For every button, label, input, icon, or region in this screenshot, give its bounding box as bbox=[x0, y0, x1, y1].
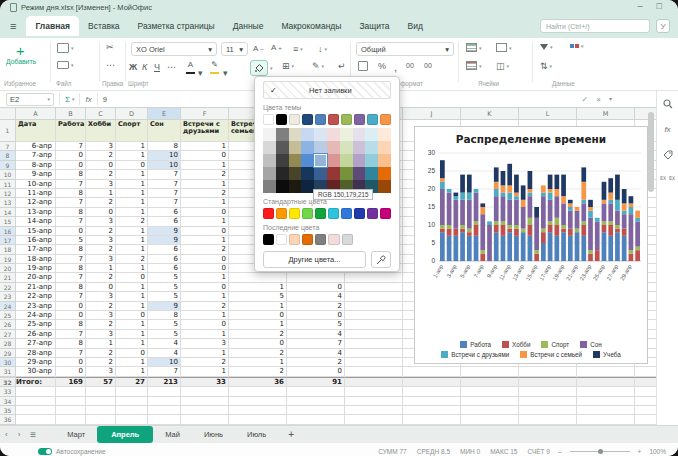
empty-cell[interactable] bbox=[519, 387, 577, 396]
value-cell[interactable]: 1 bbox=[181, 180, 229, 189]
value-cell[interactable]: 9 bbox=[148, 302, 181, 311]
menu-tab-Главная[interactable]: Главная bbox=[26, 16, 79, 36]
value-cell[interactable]: 8 bbox=[56, 170, 86, 179]
tint-color-swatch[interactable] bbox=[289, 128, 302, 141]
sheet-tab-Июнь[interactable]: Июнь bbox=[192, 426, 235, 443]
empty-cell[interactable] bbox=[86, 397, 116, 406]
date-cell[interactable]: 10-апр bbox=[16, 180, 56, 189]
row-number[interactable]: 32 bbox=[0, 377, 16, 388]
value-cell[interactable]: 0 bbox=[287, 367, 345, 376]
value-cell[interactable]: 1 bbox=[116, 180, 148, 189]
more-edit-button[interactable]: ⋯ bbox=[106, 60, 115, 70]
standard-color-swatch[interactable] bbox=[341, 208, 352, 219]
value-cell[interactable]: 0 bbox=[56, 161, 86, 170]
header-cell[interactable]: Хобби bbox=[86, 120, 116, 142]
increase-decimal-button[interactable]: 00 bbox=[424, 62, 432, 69]
recent-color-swatch[interactable] bbox=[315, 234, 326, 245]
value-cell[interactable]: 1 bbox=[181, 217, 229, 226]
value-cell[interactable]: 0 bbox=[181, 208, 229, 217]
row-number[interactable]: 10 bbox=[0, 170, 16, 179]
underline-button[interactable]: Ч bbox=[154, 62, 160, 72]
user-avatar[interactable]: У bbox=[656, 19, 670, 33]
value-cell[interactable]: 7 bbox=[56, 198, 86, 207]
tint-color-swatch[interactable] bbox=[327, 154, 340, 167]
sheet-tab-Март[interactable]: Март bbox=[55, 426, 97, 443]
value-cell[interactable]: 1 bbox=[116, 245, 148, 254]
empty-cell[interactable] bbox=[86, 406, 116, 415]
date-cell[interactable]: 30-апр bbox=[16, 367, 56, 376]
merge-cells-button[interactable]: ◫▾ bbox=[496, 61, 509, 71]
value-cell[interactable]: 1 bbox=[116, 320, 148, 329]
empty-cell[interactable] bbox=[461, 415, 519, 424]
other-colors-button[interactable]: Другие цвета... bbox=[263, 251, 366, 268]
sheet-list-icon[interactable]: ≡ bbox=[30, 429, 36, 440]
value-cell[interactable]: 2 bbox=[229, 330, 287, 339]
date-cell[interactable]: 11-апр bbox=[16, 189, 56, 198]
empty-cell[interactable] bbox=[287, 397, 345, 406]
date-cell[interactable]: 26-апр bbox=[16, 330, 56, 339]
formula-input[interactable]: 9 bbox=[103, 95, 107, 104]
value-cell[interactable] bbox=[287, 273, 345, 282]
empty-cell[interactable] bbox=[229, 397, 287, 406]
empty-cell[interactable] bbox=[403, 367, 461, 376]
value-cell[interactable]: 2 bbox=[86, 349, 116, 358]
zoom-in-button[interactable]: + bbox=[638, 448, 642, 455]
sheet-tab-Май[interactable]: Май bbox=[153, 426, 192, 443]
empty-cell[interactable] bbox=[56, 387, 86, 396]
chart-panel[interactable]: Распределение времени 0510152025301-апр3… bbox=[414, 126, 648, 364]
value-cell[interactable]: 2 bbox=[181, 358, 229, 367]
tint-color-swatch[interactable] bbox=[263, 154, 276, 167]
font-bigger-button[interactable]: А+ bbox=[271, 43, 282, 52]
date-cell[interactable]: 15-апр bbox=[16, 227, 56, 236]
tint-color-swatch[interactable] bbox=[378, 128, 391, 141]
value-cell[interactable]: 1 bbox=[116, 367, 148, 376]
value-cell[interactable]: 0 bbox=[56, 227, 86, 236]
tint-color-swatch[interactable] bbox=[365, 154, 378, 167]
tint-color-swatch[interactable] bbox=[289, 167, 302, 180]
menu-tab-Разметка страницы[interactable]: Разметка страницы bbox=[129, 16, 224, 36]
empty-cell[interactable] bbox=[519, 415, 577, 424]
value-cell[interactable]: 7 bbox=[56, 292, 86, 301]
value-cell[interactable]: 3 bbox=[86, 255, 116, 264]
vertical-scrollbar[interactable] bbox=[648, 112, 654, 192]
row-number[interactable]: 7 bbox=[0, 142, 16, 151]
empty-cell[interactable] bbox=[577, 387, 635, 396]
sheet-tab-Июль[interactable]: Июль bbox=[235, 426, 278, 443]
value-cell[interactable]: 0 bbox=[116, 349, 148, 358]
empty-cell[interactable] bbox=[345, 349, 403, 358]
empty-cell[interactable] bbox=[181, 387, 229, 396]
date-cell[interactable]: 13-апр bbox=[16, 208, 56, 217]
value-cell[interactable]: 10 bbox=[148, 358, 181, 367]
value-cell[interactable]: 4 bbox=[287, 330, 345, 339]
value-cell[interactable]: 1 bbox=[181, 161, 229, 170]
standard-color-swatch[interactable] bbox=[263, 208, 274, 219]
empty-cell[interactable] bbox=[345, 320, 403, 329]
theme-color-swatch[interactable] bbox=[341, 114, 352, 125]
print-button[interactable]: ▾ bbox=[57, 61, 74, 69]
standard-color-swatch[interactable] bbox=[302, 208, 313, 219]
theme-color-swatch[interactable] bbox=[315, 114, 326, 125]
header-cell[interactable]: Сон bbox=[148, 120, 181, 142]
tint-color-swatch[interactable] bbox=[365, 167, 378, 180]
row-number[interactable]: 15 bbox=[0, 217, 16, 226]
value-cell[interactable]: 2 bbox=[229, 349, 287, 358]
tint-color-swatch[interactable] bbox=[301, 141, 314, 154]
value-cell[interactable]: 1 bbox=[181, 311, 229, 320]
value-cell[interactable]: 1 bbox=[181, 330, 229, 339]
value-cell[interactable]: 0 bbox=[56, 358, 86, 367]
empty-cell[interactable] bbox=[461, 367, 519, 376]
column-header-B[interactable]: B bbox=[56, 108, 86, 120]
value-cell[interactable]: 5 bbox=[148, 283, 181, 292]
value-cell[interactable]: 10 bbox=[148, 161, 181, 170]
empty-cell[interactable] bbox=[519, 406, 577, 415]
value-cell[interactable]: 2 bbox=[229, 367, 287, 376]
value-cell[interactable]: 8 bbox=[56, 189, 86, 198]
value-cell[interactable]: 1 bbox=[116, 208, 148, 217]
value-cell[interactable]: 3 bbox=[86, 180, 116, 189]
tint-color-swatch[interactable] bbox=[378, 154, 391, 167]
corner-cell[interactable] bbox=[0, 108, 16, 120]
maximize-button[interactable]: □ bbox=[657, 1, 662, 11]
more-font-button[interactable]: ⋯ bbox=[167, 62, 176, 72]
value-cell[interactable]: 6 bbox=[148, 245, 181, 254]
fill-color-button[interactable]: ▾ bbox=[250, 60, 273, 76]
